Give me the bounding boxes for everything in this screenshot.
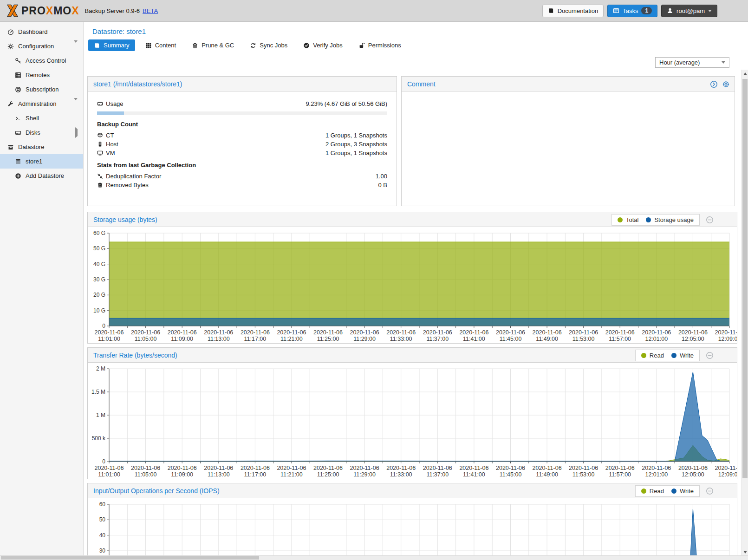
svg-text:1.5 M: 1.5 M — [91, 389, 105, 395]
collapse-chevron-icon[interactable] — [74, 100, 78, 107]
svg-text:1 M: 1 M — [96, 412, 105, 418]
sidebar-item-shell[interactable]: Shell — [0, 111, 83, 125]
book-icon — [94, 42, 100, 49]
chart-title: Transfer Rate (bytes/second) — [88, 352, 177, 359]
legend-dot-total — [618, 217, 623, 222]
task-list-icon — [613, 7, 619, 14]
svg-text:2020-11-0611:05:00: 2020-11-0611:05:00 — [131, 329, 160, 342]
sidebar-item-datastore[interactable]: Datastore — [0, 140, 83, 154]
datastore-summary-panel: store1 (/mnt/datastores/store1) Usage 9.… — [87, 76, 397, 206]
sidebar-item-remotes[interactable]: Remotes — [0, 68, 83, 82]
storage-usage-panel: Storage usage (bytes) Total Storage usag… — [87, 212, 737, 344]
terminal-icon — [13, 115, 23, 122]
iops-chart: 01020304050602020-11-0611:01:002020-11-0… — [88, 499, 737, 560]
svg-text:2020-11-0611:37:00: 2020-11-0611:37:00 — [423, 465, 452, 478]
documentation-label: Documentation — [558, 7, 598, 14]
sidebar-nav: Dashboard Configuration Access Control R… — [0, 22, 84, 560]
svg-text:2020-11-0611:33:00: 2020-11-0611:33:00 — [386, 329, 416, 342]
trash-icon — [97, 182, 106, 188]
usage-progress-bar — [97, 111, 387, 115]
expand-chevron-icon[interactable] — [75, 129, 78, 136]
collapse-chevron-icon[interactable] — [74, 43, 78, 50]
vertical-scrollbar-thumb[interactable] — [742, 79, 748, 478]
transfer-rate-chart: 0500 k1 M1.5 M2 M2020-11-0611:01:002020-… — [88, 363, 737, 481]
main-content: Datastore: store1 Summary Content Prune … — [84, 22, 748, 560]
svg-text:0: 0 — [102, 458, 105, 465]
svg-text:0: 0 — [102, 323, 105, 329]
sidebar-item-dashboard[interactable]: Dashboard — [0, 25, 83, 39]
backup-count-row-vm: VM1 Groups, 1 Snapshots — [97, 149, 387, 157]
vertical-scrollbar[interactable] — [741, 70, 748, 555]
svg-text:2020-11-0611:17:00: 2020-11-0611:17:00 — [241, 465, 270, 478]
svg-text:2020-11-0611:53:00: 2020-11-0611:53:00 — [569, 329, 598, 342]
tab-permissions[interactable]: Permissions — [353, 39, 407, 51]
sidebar-item-add-datastore[interactable]: Add Datastore — [0, 169, 83, 183]
plus-circle-icon — [13, 173, 23, 179]
interval-selector[interactable]: Hour (average) — [655, 57, 729, 68]
user-menu-button[interactable]: root@pam — [661, 5, 717, 17]
svg-text:2020-11-0611:45:00: 2020-11-0611:45:00 — [496, 329, 525, 342]
svg-text:2020-11-0611:01:00: 2020-11-0611:01:00 — [94, 329, 124, 342]
svg-text:2020-11-0611:25:00: 2020-11-0611:25:00 — [313, 465, 343, 478]
tab-bar: Summary Content Prune & GC Sync Jobs Ver… — [84, 39, 748, 55]
storage-usage-chart: 010 G20 G30 G40 G50 G60 G2020-11-0611:01… — [88, 228, 737, 345]
svg-text:20 G: 20 G — [93, 292, 105, 298]
usage-progress-fill — [97, 111, 124, 115]
documentation-button[interactable]: Documentation — [542, 5, 604, 17]
life-ring-icon — [13, 86, 23, 93]
scroll-down-arrow-icon[interactable] — [743, 551, 747, 553]
sidebar-item-subscription[interactable]: Subscription — [0, 82, 83, 97]
horizontal-scrollbar-thumb[interactable] — [1, 556, 259, 560]
svg-text:2020-11-0612:05:00: 2020-11-0612:05:00 — [678, 465, 708, 478]
cube-icon — [97, 132, 106, 138]
proxmox-x-icon — [5, 3, 20, 19]
svg-text:40: 40 — [99, 532, 106, 539]
svg-text:2020-11-0611:13:00: 2020-11-0611:13:00 — [204, 329, 233, 342]
grid-icon — [145, 42, 152, 49]
svg-text:2020-11-0611:41:00: 2020-11-0611:41:00 — [459, 329, 488, 342]
backup-count-row-ct: CT1 Groups, 1 Snapshots — [97, 131, 387, 140]
building-icon — [97, 141, 106, 147]
svg-text:2020-11-0612:01:00: 2020-11-0612:01:00 — [642, 329, 671, 342]
svg-text:2020-11-0611:09:00: 2020-11-0611:09:00 — [168, 465, 197, 478]
sidebar-item-configuration[interactable]: Configuration — [0, 39, 83, 53]
horizontal-scrollbar[interactable] — [0, 555, 748, 560]
svg-text:2020-11-0611:49:00: 2020-11-0611:49:00 — [533, 329, 562, 342]
legend-dot-read — [641, 353, 646, 358]
hdd-icon — [97, 101, 106, 107]
collapse-circle-icon[interactable] — [706, 352, 714, 359]
tab-content[interactable]: Content — [140, 39, 182, 51]
sidebar-item-disks[interactable]: Disks — [0, 125, 83, 140]
collapse-circle-icon[interactable] — [706, 216, 714, 224]
svg-text:2020-11-0611:21:00: 2020-11-0611:21:00 — [277, 329, 306, 342]
chart-title: Input/Output Operations per Second (IOPS… — [88, 487, 220, 495]
svg-text:50 G: 50 G — [93, 245, 105, 252]
tab-summary[interactable]: Summary — [88, 39, 135, 51]
tasks-label: Tasks — [623, 7, 638, 14]
tasks-button[interactable]: Tasks 1 — [607, 5, 657, 17]
svg-text:2020-11-0612:09:00: 2020-11-0612:09:00 — [715, 465, 737, 478]
sidebar-item-access-control[interactable]: Access Control — [0, 53, 83, 68]
tab-verify-jobs[interactable]: Verify Jobs — [298, 39, 348, 51]
hdd-icon — [13, 130, 23, 136]
comment-panel: Comment — [401, 76, 735, 206]
beta-link[interactable]: BETA — [143, 7, 158, 14]
tasks-count-badge: 1 — [641, 7, 652, 14]
chart-legend: Read Write — [635, 350, 700, 361]
legend-dot-write — [671, 353, 676, 358]
collapse-circle-icon[interactable] — [706, 487, 714, 495]
gc-stats-heading: Stats from last Garbage Collection — [97, 162, 387, 169]
tab-prune-gc[interactable]: Prune & GC — [186, 39, 240, 51]
scroll-up-arrow-icon[interactable] — [743, 72, 747, 75]
sidebar-item-administration[interactable]: Administration — [0, 97, 83, 111]
brand-wordmark: PROXMOX — [21, 5, 79, 17]
svg-text:2020-11-0612:09:00: 2020-11-0612:09:00 — [715, 329, 737, 342]
gear-icon[interactable] — [722, 80, 730, 88]
chart-legend: Read Write — [635, 485, 700, 497]
usage-row: Usage 9.23% (4.67 GiB of 50.56 GiB) — [97, 99, 387, 108]
svg-text:2020-11-0611:33:00: 2020-11-0611:33:00 — [386, 465, 416, 478]
sidebar-item-store1[interactable]: store1 — [0, 154, 83, 169]
chevron-right-circle-icon[interactable] — [710, 80, 718, 88]
database-icon — [13, 158, 23, 165]
tab-sync-jobs[interactable]: Sync Jobs — [244, 39, 293, 51]
